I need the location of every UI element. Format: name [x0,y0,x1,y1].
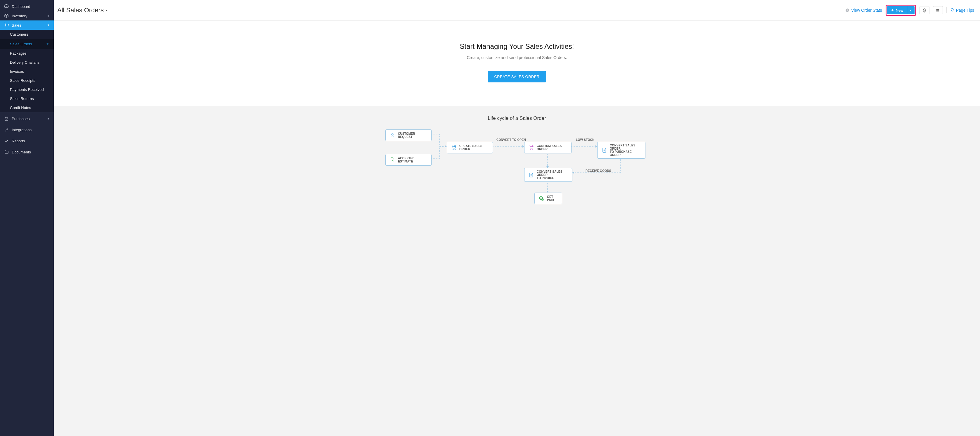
sidebar-subitem-payments-received[interactable]: Payments Received [0,85,54,94]
bag-icon [4,116,9,121]
svg-point-5 [924,10,925,11]
sidebar-subitem-invoices[interactable]: Invoices [0,67,54,76]
svg-text:$: $ [541,197,542,199]
settings-button[interactable] [920,6,929,14]
lifecycle-flow: CUSTOMER REQUEST ACCEPTED ESTIMATE CREAT… [381,129,653,211]
flow-box-get-paid: $ GET PAID [535,193,562,204]
document-list-icon [601,148,607,153]
cart-icon [4,23,9,27]
coin-check-icon: $ [539,196,544,201]
hero-subtitle: Create, customize and send professional … [60,55,974,60]
sidebar-item-label: Sales Orders [10,42,32,46]
sidebar-item-label: Delivery Challans [10,60,40,65]
flow-label-receive-goods: RECEIVE GOODS [585,169,611,172]
view-order-stats-link[interactable]: View Order Stats [845,8,882,13]
document-check-icon [390,157,395,162]
sidebar-sales-subnav: Customers Sales Orders ＋ Packages Delive… [0,30,54,112]
chart-icon [4,138,9,143]
plus-icon: ＋ [891,8,894,13]
cart-plus-icon [451,145,457,150]
button-label: New [896,8,904,13]
sidebar-item-dashboard[interactable]: Dashboard [0,2,54,11]
flow-label-low-stock: LOW STOCK [576,138,595,142]
sidebar-item-label: Documents [12,150,31,154]
chevron-down-icon: ▼ [47,24,50,27]
menu-button[interactable] [933,6,943,14]
document-text-icon [528,172,534,178]
sidebar-subitem-packages[interactable]: Packages [0,49,54,58]
sidebar-item-label: Sales Receipts [10,78,35,83]
sidebar-subitem-delivery-challans[interactable]: Delivery Challans [0,58,54,67]
flow-box-convert-to-invoice: CONVERT SALES ORDER TO INVOICE [524,168,573,182]
topbar: All Sales Orders ▼ View Order Stats ＋ Ne… [54,0,980,21]
flow-box-label: CONFIRM SALES ORDER [537,144,567,151]
new-button[interactable]: ＋ New [887,6,907,14]
page-tips-link[interactable]: Page Tips [950,8,974,13]
sidebar-item-reports[interactable]: Reports [0,136,54,146]
svg-point-1 [8,27,8,27]
sidebar-item-label: Sales Returns [10,96,34,101]
page-title-dropdown[interactable]: All Sales Orders ▼ [57,6,108,14]
sidebar-item-label: Credit Notes [10,105,31,110]
sidebar: Dashboard Inventory ▶ Sales ▼ Customers [0,0,54,436]
bulb-icon [950,8,954,12]
flow-box-confirm-sales-order: CONFIRM SALES ORDER [524,142,571,153]
sidebar-subitem-credit-notes[interactable]: Credit Notes [0,103,54,112]
svg-point-20 [532,149,533,150]
sidebar-item-label: Payments Received [10,88,44,92]
flow-label-convert-to-open: CONVERT TO OPEN [496,138,526,142]
cart-check-icon [528,145,534,150]
gear-icon [922,8,926,13]
sidebar-subitem-sales-orders[interactable]: Sales Orders ＋ [0,39,54,49]
svg-point-16 [453,149,453,150]
sidebar-item-label: Dashboard [12,5,30,9]
flow-box-label: GET PAID [547,195,558,202]
sidebar-item-label: Purchases [12,116,30,121]
menu-icon [935,8,940,13]
flow-box-label: CREATE SALES ORDER [459,144,488,151]
new-button-highlight: ＋ New ▾ [886,5,916,16]
lifecycle-section: Life cycle of a Sales Order [54,106,980,436]
page-title: All Sales Orders [57,6,104,14]
folder-icon [4,150,9,154]
flow-box-label: ACCEPTED ESTIMATE [398,157,427,163]
sidebar-item-label: Reports [12,139,25,143]
sidebar-item-documents[interactable]: Documents [0,147,54,157]
plus-icon[interactable]: ＋ [46,41,50,46]
sidebar-item-purchases[interactable]: Purchases ▶ [0,114,54,123]
sidebar-item-integrations[interactable]: Integrations [0,125,54,134]
svg-rect-3 [847,10,848,11]
flow-box-customer-request: CUSTOMER REQUEST [385,129,431,141]
sidebar-item-label: Integrations [12,128,32,132]
flow-box-create-sales-order: CREATE SALES ORDER [447,142,493,153]
sidebar-item-label: Packages [10,51,27,56]
new-button-dropdown[interactable]: ▾ [907,6,915,14]
plug-icon [4,127,9,132]
flow-box-accepted-estimate: ACCEPTED ESTIMATE [385,154,431,166]
caret-down-icon: ▾ [910,8,912,12]
svg-point-19 [530,149,531,150]
svg-marker-13 [573,172,574,174]
sidebar-subitem-sales-returns[interactable]: Sales Returns [0,94,54,103]
flow-box-label: CONVERT SALES ORDER TO INVOICE [537,170,568,180]
flow-box-convert-to-po: CONVERT SALES ORDER TO PURCHASE ORDER [597,142,646,159]
sidebar-item-label: Invoices [10,69,24,74]
sidebar-subitem-customers[interactable]: Customers [0,30,54,39]
sidebar-item-sales[interactable]: Sales ▼ [0,21,54,30]
sidebar-item-label: Sales [12,23,21,27]
sidebar-subitem-sales-receipts[interactable]: Sales Receipts [0,76,54,85]
flow-box-label: CUSTOMER REQUEST [398,132,427,138]
create-sales-order-button[interactable]: CREATE SALES ORDER [488,71,546,83]
info-icon [845,8,850,12]
hero-section: Start Managing Your Sales Activities! Cr… [54,21,980,106]
link-label: Page Tips [956,8,974,13]
user-icon [390,133,395,138]
main-content: All Sales Orders ▼ View Order Stats ＋ Ne… [54,0,980,436]
sidebar-item-inventory[interactable]: Inventory ▶ [0,11,54,21]
chevron-right-icon: ▶ [48,117,50,120]
hero-title: Start Managing Your Sales Activities! [60,42,974,51]
svg-point-17 [455,149,455,150]
box-icon [4,13,9,18]
chevron-right-icon: ▶ [48,14,50,17]
speedometer-icon [4,4,9,9]
